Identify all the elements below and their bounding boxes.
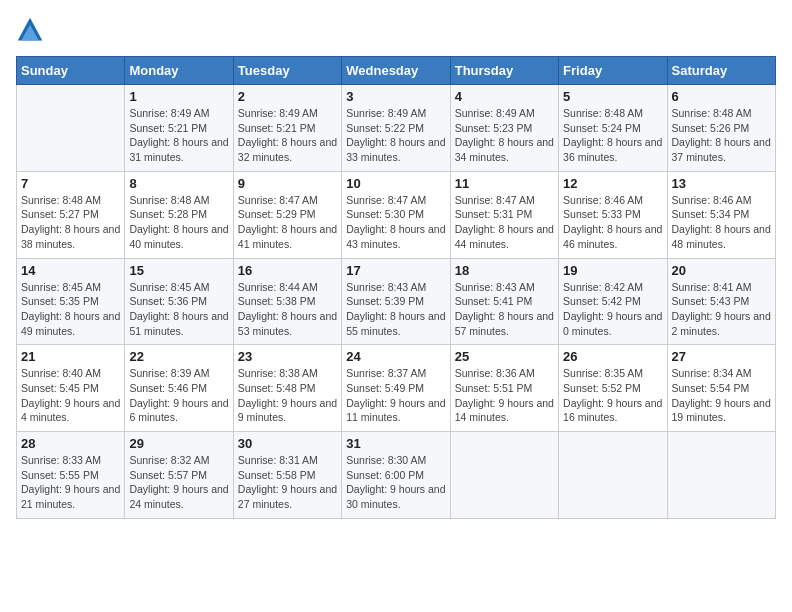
day-info: Sunrise: 8:47 AMSunset: 5:30 PMDaylight:… [346,193,445,252]
day-info: Sunrise: 8:41 AMSunset: 5:43 PMDaylight:… [672,280,771,339]
day-info: Sunrise: 8:31 AMSunset: 5:58 PMDaylight:… [238,453,337,512]
day-number: 25 [455,349,554,364]
calendar-cell: 24Sunrise: 8:37 AMSunset: 5:49 PMDayligh… [342,345,450,432]
calendar-cell: 15Sunrise: 8:45 AMSunset: 5:36 PMDayligh… [125,258,233,345]
day-number: 26 [563,349,662,364]
day-number: 13 [672,176,771,191]
day-number: 29 [129,436,228,451]
day-info: Sunrise: 8:37 AMSunset: 5:49 PMDaylight:… [346,366,445,425]
day-info: Sunrise: 8:34 AMSunset: 5:54 PMDaylight:… [672,366,771,425]
day-number: 24 [346,349,445,364]
calendar-cell: 3Sunrise: 8:49 AMSunset: 5:22 PMDaylight… [342,85,450,172]
day-info: Sunrise: 8:46 AMSunset: 5:34 PMDaylight:… [672,193,771,252]
calendar-cell: 18Sunrise: 8:43 AMSunset: 5:41 PMDayligh… [450,258,558,345]
day-number: 8 [129,176,228,191]
day-info: Sunrise: 8:47 AMSunset: 5:31 PMDaylight:… [455,193,554,252]
calendar-cell: 11Sunrise: 8:47 AMSunset: 5:31 PMDayligh… [450,171,558,258]
calendar-cell [17,85,125,172]
day-number: 7 [21,176,120,191]
weekday-header: Monday [125,57,233,85]
day-info: Sunrise: 8:32 AMSunset: 5:57 PMDaylight:… [129,453,228,512]
calendar-cell: 2Sunrise: 8:49 AMSunset: 5:21 PMDaylight… [233,85,341,172]
day-info: Sunrise: 8:49 AMSunset: 5:21 PMDaylight:… [238,106,337,165]
calendar-cell: 10Sunrise: 8:47 AMSunset: 5:30 PMDayligh… [342,171,450,258]
day-number: 1 [129,89,228,104]
calendar-table: SundayMondayTuesdayWednesdayThursdayFrid… [16,56,776,519]
calendar-week-row: 1Sunrise: 8:49 AMSunset: 5:21 PMDaylight… [17,85,776,172]
day-number: 16 [238,263,337,278]
calendar-cell: 1Sunrise: 8:49 AMSunset: 5:21 PMDaylight… [125,85,233,172]
day-number: 3 [346,89,445,104]
day-number: 22 [129,349,228,364]
calendar-cell: 31Sunrise: 8:30 AMSunset: 6:00 PMDayligh… [342,432,450,519]
weekday-header: Sunday [17,57,125,85]
day-info: Sunrise: 8:43 AMSunset: 5:41 PMDaylight:… [455,280,554,339]
day-info: Sunrise: 8:35 AMSunset: 5:52 PMDaylight:… [563,366,662,425]
calendar-cell: 17Sunrise: 8:43 AMSunset: 5:39 PMDayligh… [342,258,450,345]
calendar-cell: 14Sunrise: 8:45 AMSunset: 5:35 PMDayligh… [17,258,125,345]
day-number: 6 [672,89,771,104]
calendar-cell: 4Sunrise: 8:49 AMSunset: 5:23 PMDaylight… [450,85,558,172]
calendar-cell [450,432,558,519]
calendar-cell: 29Sunrise: 8:32 AMSunset: 5:57 PMDayligh… [125,432,233,519]
calendar-cell: 20Sunrise: 8:41 AMSunset: 5:43 PMDayligh… [667,258,775,345]
calendar-cell: 8Sunrise: 8:48 AMSunset: 5:28 PMDaylight… [125,171,233,258]
calendar-cell: 12Sunrise: 8:46 AMSunset: 5:33 PMDayligh… [559,171,667,258]
calendar-cell: 25Sunrise: 8:36 AMSunset: 5:51 PMDayligh… [450,345,558,432]
day-number: 11 [455,176,554,191]
calendar-cell: 5Sunrise: 8:48 AMSunset: 5:24 PMDaylight… [559,85,667,172]
day-info: Sunrise: 8:45 AMSunset: 5:35 PMDaylight:… [21,280,120,339]
day-number: 12 [563,176,662,191]
day-info: Sunrise: 8:48 AMSunset: 5:24 PMDaylight:… [563,106,662,165]
calendar-cell: 27Sunrise: 8:34 AMSunset: 5:54 PMDayligh… [667,345,775,432]
logo-icon [16,16,44,44]
calendar-cell: 26Sunrise: 8:35 AMSunset: 5:52 PMDayligh… [559,345,667,432]
day-number: 14 [21,263,120,278]
calendar-cell: 16Sunrise: 8:44 AMSunset: 5:38 PMDayligh… [233,258,341,345]
day-info: Sunrise: 8:46 AMSunset: 5:33 PMDaylight:… [563,193,662,252]
calendar-week-row: 28Sunrise: 8:33 AMSunset: 5:55 PMDayligh… [17,432,776,519]
day-info: Sunrise: 8:42 AMSunset: 5:42 PMDaylight:… [563,280,662,339]
calendar-week-row: 7Sunrise: 8:48 AMSunset: 5:27 PMDaylight… [17,171,776,258]
calendar-cell: 19Sunrise: 8:42 AMSunset: 5:42 PMDayligh… [559,258,667,345]
day-number: 2 [238,89,337,104]
day-number: 9 [238,176,337,191]
weekday-header-row: SundayMondayTuesdayWednesdayThursdayFrid… [17,57,776,85]
calendar-cell: 22Sunrise: 8:39 AMSunset: 5:46 PMDayligh… [125,345,233,432]
day-number: 31 [346,436,445,451]
calendar-cell [667,432,775,519]
calendar-week-row: 21Sunrise: 8:40 AMSunset: 5:45 PMDayligh… [17,345,776,432]
day-number: 5 [563,89,662,104]
weekday-header: Friday [559,57,667,85]
day-number: 10 [346,176,445,191]
day-number: 17 [346,263,445,278]
day-info: Sunrise: 8:48 AMSunset: 5:26 PMDaylight:… [672,106,771,165]
day-info: Sunrise: 8:30 AMSunset: 6:00 PMDaylight:… [346,453,445,512]
calendar-cell: 13Sunrise: 8:46 AMSunset: 5:34 PMDayligh… [667,171,775,258]
day-info: Sunrise: 8:40 AMSunset: 5:45 PMDaylight:… [21,366,120,425]
day-number: 20 [672,263,771,278]
day-number: 19 [563,263,662,278]
calendar-cell [559,432,667,519]
calendar-cell: 7Sunrise: 8:48 AMSunset: 5:27 PMDaylight… [17,171,125,258]
day-info: Sunrise: 8:47 AMSunset: 5:29 PMDaylight:… [238,193,337,252]
weekday-header: Thursday [450,57,558,85]
page-header [16,16,776,44]
day-info: Sunrise: 8:48 AMSunset: 5:28 PMDaylight:… [129,193,228,252]
calendar-week-row: 14Sunrise: 8:45 AMSunset: 5:35 PMDayligh… [17,258,776,345]
calendar-cell: 28Sunrise: 8:33 AMSunset: 5:55 PMDayligh… [17,432,125,519]
weekday-header: Saturday [667,57,775,85]
day-info: Sunrise: 8:48 AMSunset: 5:27 PMDaylight:… [21,193,120,252]
day-number: 23 [238,349,337,364]
calendar-cell: 30Sunrise: 8:31 AMSunset: 5:58 PMDayligh… [233,432,341,519]
day-number: 30 [238,436,337,451]
day-info: Sunrise: 8:49 AMSunset: 5:23 PMDaylight:… [455,106,554,165]
day-info: Sunrise: 8:44 AMSunset: 5:38 PMDaylight:… [238,280,337,339]
day-info: Sunrise: 8:36 AMSunset: 5:51 PMDaylight:… [455,366,554,425]
calendar-cell: 21Sunrise: 8:40 AMSunset: 5:45 PMDayligh… [17,345,125,432]
day-info: Sunrise: 8:39 AMSunset: 5:46 PMDaylight:… [129,366,228,425]
weekday-header: Wednesday [342,57,450,85]
day-number: 28 [21,436,120,451]
day-info: Sunrise: 8:49 AMSunset: 5:22 PMDaylight:… [346,106,445,165]
day-number: 4 [455,89,554,104]
